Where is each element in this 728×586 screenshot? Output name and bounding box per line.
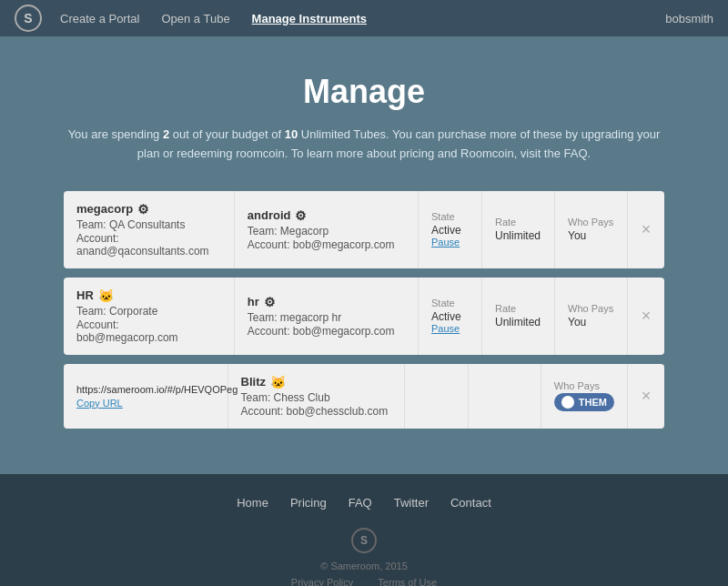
footer-faq[interactable]: FAQ — [349, 496, 372, 510]
footer: Home Pricing FAQ Twitter Contact S © Sam… — [0, 474, 728, 586]
rate-value-1: Unlimited — [495, 316, 541, 328]
state-value-0: Active — [431, 224, 469, 237]
footer-privacy[interactable]: Privacy Policy — [291, 577, 353, 586]
toggle-circle-icon — [561, 396, 574, 409]
whopays-section-1: Who Pays You — [555, 278, 628, 355]
tube-account-0: Account: bob@megacorp.com — [248, 238, 405, 251]
legal-divider: · — [364, 577, 367, 586]
nav-manage-instruments[interactable]: Manage Instruments — [252, 8, 367, 29]
close-button-1[interactable]: × — [642, 308, 652, 324]
tube-icon-1: ⚙ — [264, 295, 276, 309]
whopays-section-0: Who Pays You — [555, 191, 628, 268]
footer-links: Home Pricing FAQ Twitter Contact — [18, 496, 710, 510]
tube-team-1: Team: megacorp hr — [248, 311, 405, 324]
whopays-section-2: Who Pays THEM — [541, 364, 628, 429]
close-section-0: × — [628, 191, 664, 268]
user-display: bobsmith — [665, 12, 713, 25]
nav-links: Create a Portal Open a Tube Manage Instr… — [60, 8, 665, 29]
close-button-0[interactable]: × — [642, 221, 652, 237]
footer-contact[interactable]: Contact — [450, 496, 491, 510]
portal-section-1: HR 🐱 Team: Corporate Account: bob@megaco… — [64, 278, 235, 355]
state-value-1: Active — [431, 310, 469, 323]
tube-section-0: android ⚙ Team: Megacorp Account: bob@me… — [235, 191, 419, 268]
whopays-label-0: Who Pays — [568, 217, 614, 227]
instrument-card-1: HR 🐱 Team: Corporate Account: bob@megaco… — [64, 278, 664, 355]
portal-account-0: Account: anand@qaconsultants.com — [76, 232, 221, 258]
whopays-value-1: You — [568, 316, 614, 328]
footer-logo-icon: S — [351, 528, 377, 553]
copy-url-link[interactable]: Copy URL — [76, 398, 215, 409]
tube-team-0: Team: Megacorp — [248, 225, 405, 237]
page-title: Manage — [64, 73, 664, 111]
logo-icon: S — [15, 5, 42, 32]
rate-label-0: Rate — [495, 217, 541, 227]
portal-icon-0: ⚙ — [137, 202, 149, 217]
main-content: Manage You are spending 2 out of your bu… — [46, 36, 682, 474]
roomcoin-link[interactable]: roomcoin — [236, 146, 284, 160]
footer-terms[interactable]: Terms of Use — [378, 577, 437, 586]
whopays-value-0: You — [568, 229, 614, 242]
pause-link-1[interactable]: Pause — [431, 323, 469, 334]
rate-section-2 — [469, 364, 541, 429]
portal-icon-1: 🐱 — [98, 288, 114, 303]
portal-name-1: HR 🐱 — [76, 288, 221, 303]
rate-value-0: Unlimited — [495, 229, 541, 242]
whopays-label-2: Who Pays — [554, 380, 614, 391]
footer-twitter[interactable]: Twitter — [394, 496, 429, 510]
tube-icon-2: 🐱 — [270, 375, 286, 389]
state-section-2 — [405, 364, 469, 429]
tube-icon-0: ⚙ — [295, 208, 307, 223]
nav-open-tube[interactable]: Open a Tube — [161, 8, 229, 29]
tube-name-0: android ⚙ — [248, 208, 405, 223]
tube-account-2: Account: bob@chessclub.com — [241, 405, 391, 418]
rate-section-0: Rate Unlimited — [482, 191, 555, 268]
portal-team-1: Team: Corporate — [76, 305, 221, 318]
tube-team-2: Team: Chess Club — [241, 391, 391, 404]
whopays-label-1: Who Pays — [568, 303, 614, 314]
instrument-card-0: megacorp ⚙ Team: QA Consultants Account:… — [64, 191, 664, 268]
tube-name-1: hr ⚙ — [248, 295, 405, 309]
tube-account-1: Account: bob@megacorp.com — [248, 325, 405, 338]
portal-section-2: https://sameroom.io/#/p/HEVQOPeg Copy UR… — [64, 364, 228, 429]
footer-legal: Privacy Policy · Terms of Use — [18, 577, 710, 586]
state-section-0: State Active Pause — [419, 191, 482, 268]
faq-link-subtitle[interactable]: FAQ — [564, 146, 588, 160]
portal-section-0: megacorp ⚙ Team: QA Consultants Account:… — [64, 191, 235, 268]
state-section-1: State Active Pause — [419, 278, 482, 355]
close-button-2[interactable]: × — [642, 388, 652, 404]
close-section-1: × — [628, 278, 664, 355]
rate-label-1: Rate — [495, 303, 541, 314]
page-subtitle: You are spending 2 out of your budget of… — [64, 126, 664, 164]
navbar: S Create a Portal Open a Tube Manage Ins… — [0, 0, 728, 36]
rate-section-1: Rate Unlimited — [482, 278, 555, 355]
instrument-card-2: https://sameroom.io/#/p/HEVQOPeg Copy UR… — [64, 364, 664, 429]
tube-name-2: Blitz 🐱 — [241, 375, 391, 389]
close-section-2: × — [628, 364, 664, 429]
footer-copyright: © Sameroom, 2015 — [18, 561, 710, 571]
portal-team-0: Team: QA Consultants — [76, 218, 221, 231]
nav-create-portal[interactable]: Create a Portal — [60, 8, 139, 29]
footer-home[interactable]: Home — [237, 496, 268, 510]
state-label-1: State — [431, 298, 469, 308]
portal-url-2: https://sameroom.io/#/p/HEVQOPeg — [76, 384, 215, 395]
state-label-0: State — [431, 211, 469, 222]
whopays-toggle-2[interactable]: THEM — [554, 393, 614, 411]
portal-account-1: Account: bob@megacorp.com — [76, 318, 221, 344]
tube-section-2: Blitz 🐱 Team: Chess Club Account: bob@ch… — [228, 364, 405, 429]
footer-pricing[interactable]: Pricing — [290, 496, 327, 510]
portal-name-0: megacorp ⚙ — [76, 202, 221, 217]
tube-section-1: hr ⚙ Team: megacorp hr Account: bob@mega… — [235, 278, 419, 355]
pause-link-0[interactable]: Pause — [431, 237, 469, 248]
